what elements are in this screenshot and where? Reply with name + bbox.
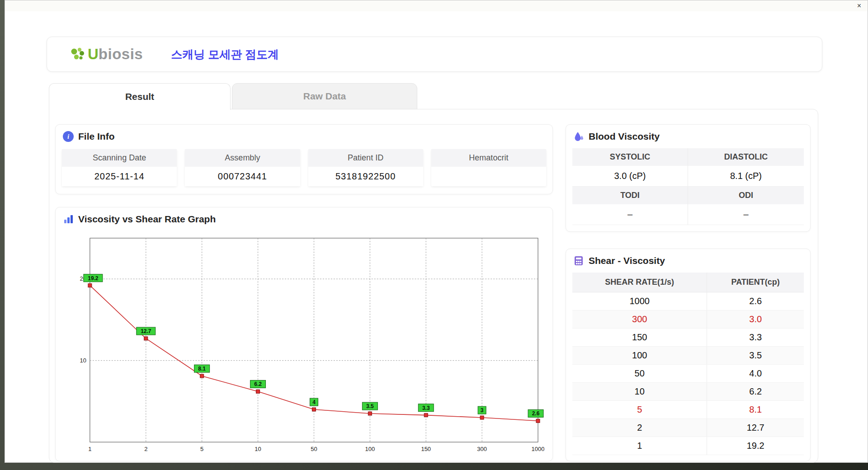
svg-text:5: 5 (200, 446, 203, 452)
svg-text:3.5: 3.5 (366, 403, 374, 409)
bv-metric-label: ODI (688, 187, 804, 204)
shear-viscosity-header: Shear - Viscosity (566, 249, 810, 270)
cell-shear-rate: 1 (572, 437, 707, 455)
viscosity-chart-svg: 10201251050100150300100019.212.78.16.243… (64, 234, 544, 457)
file-info-field: Scanning Date2025-11-14 (62, 149, 177, 186)
bv-metric-value: – (572, 204, 688, 225)
svg-text:100: 100 (365, 446, 375, 452)
field-label: Assembly (185, 149, 300, 167)
table-header-row: SHEAR RATE(1/s) PATIENT(cp) (572, 273, 804, 292)
file-info-field: Hematocrit (431, 149, 546, 186)
cell-shear-rate: 2 (572, 419, 707, 437)
app-window: × Ubiosis 스캐닝 모세관 점도계 Result Raw Data i … (5, 0, 868, 463)
cell-shear-rate: 100 (572, 347, 707, 365)
svg-text:1000: 1000 (532, 446, 544, 452)
graph-card: Viscosity vs Shear Rate Graph 1020125105… (55, 207, 553, 461)
calculator-icon (573, 255, 584, 266)
blood-viscosity-header: Blood Viscosity (566, 125, 810, 146)
page-title: 스캐닝 모세관 점도계 (171, 47, 279, 62)
column-patient: PATIENT(cp) (707, 273, 804, 292)
header-card: Ubiosis 스캐닝 모세관 점도계 (47, 37, 822, 72)
field-label: Patient ID (308, 149, 423, 167)
cell-shear-rate: 1000 (572, 292, 707, 310)
svg-text:3.3: 3.3 (422, 405, 430, 411)
file-info-card: i File Info Scanning Date2025-11-14Assem… (55, 124, 553, 194)
cell-shear-rate: 10 (572, 383, 707, 401)
field-value: 53181922500 (308, 167, 423, 186)
svg-text:3: 3 (481, 407, 484, 414)
table-row: 212.7 (572, 419, 804, 437)
ubiosis-logo: Ubiosis (70, 46, 143, 63)
column-shear-rate: SHEAR RATE(1/s) (572, 273, 707, 292)
graph-title: Viscosity vs Shear Rate Graph (78, 214, 216, 225)
table-row: 106.2 (572, 383, 804, 401)
svg-text:12.7: 12.7 (141, 328, 151, 334)
table-row: 1003.5 (572, 347, 804, 365)
table-row: 119.2 (572, 437, 804, 455)
table-row: 1503.3 (572, 329, 804, 347)
bv-metric-value: 3.0 (cP) (572, 166, 688, 187)
table-row: 10002.6 (572, 292, 804, 310)
field-value: 000723441 (185, 167, 300, 186)
bv-metric-label: DIASTOLIC (688, 148, 804, 166)
shear-viscosity-card: Shear - Viscosity SHEAR RATE(1/s) PATIEN… (566, 249, 811, 461)
svg-text:300: 300 (477, 446, 487, 452)
graph-header: Viscosity vs Shear Rate Graph (56, 207, 552, 228)
field-value (431, 167, 546, 185)
svg-text:19.2: 19.2 (88, 275, 99, 282)
cell-shear-rate: 300 (572, 310, 707, 329)
table-row: 504.0 (572, 365, 804, 383)
cell-shear-rate: 50 (572, 365, 707, 383)
shear-viscosity-title: Shear - Viscosity (589, 255, 665, 266)
tab-result[interactable]: Result (49, 83, 231, 110)
svg-text:10: 10 (80, 357, 86, 364)
cell-patient: 19.2 (707, 437, 804, 455)
svg-text:10: 10 (255, 446, 261, 452)
svg-text:150: 150 (421, 446, 431, 452)
cell-patient: 12.7 (707, 419, 804, 437)
field-label: Hematocrit (431, 149, 546, 167)
cell-shear-rate: 150 (572, 329, 707, 347)
cell-patient: 8.1 (707, 401, 804, 419)
result-panel: i File Info Scanning Date2025-11-14Assem… (49, 109, 818, 463)
info-icon: i (63, 131, 74, 142)
ubiosis-logo-icon (70, 47, 86, 61)
logo-text: U (88, 46, 99, 62)
cell-patient: 6.2 (707, 383, 804, 401)
bv-metric-value: 8.1 (cP) (688, 166, 804, 187)
file-info-field: Patient ID53181922500 (308, 149, 423, 186)
field-label: Scanning Date (62, 149, 177, 167)
water-drop-icon (573, 131, 584, 142)
file-info-fields: Scanning Date2025-11-14Assembly000723441… (56, 146, 552, 186)
svg-text:6.2: 6.2 (254, 381, 262, 387)
file-info-header: i File Info (56, 125, 552, 146)
window-titlebar: × (5, 0, 868, 11)
cell-patient: 3.3 (707, 329, 804, 347)
shear-viscosity-table: SHEAR RATE(1/s) PATIENT(cp) 10002.63003.… (572, 273, 804, 455)
svg-text:2: 2 (144, 446, 147, 452)
cell-patient: 3.0 (707, 310, 804, 329)
tab-raw-data[interactable]: Raw Data (232, 83, 417, 109)
file-info-title: File Info (78, 131, 115, 142)
cell-patient: 3.5 (707, 347, 804, 365)
blood-viscosity-title: Blood Viscosity (589, 131, 660, 142)
svg-text:2.6: 2.6 (532, 410, 540, 417)
blood-viscosity-grid: SYSTOLICDIASTOLIC3.0 (cP)8.1 (cP)TODIODI… (572, 148, 804, 225)
svg-text:1: 1 (88, 446, 91, 452)
bar-chart-icon (63, 214, 74, 225)
cell-patient: 4.0 (707, 365, 804, 383)
bv-metric-value: – (688, 204, 804, 225)
bv-metric-label: SYSTOLIC (572, 148, 688, 166)
file-info-field: Assembly000723441 (185, 149, 300, 186)
viscosity-chart: 10201251050100150300100019.212.78.16.243… (64, 234, 544, 457)
cell-patient: 2.6 (707, 292, 804, 310)
svg-text:50: 50 (311, 446, 317, 452)
svg-text:4: 4 (312, 399, 316, 405)
table-row: 58.1 (572, 401, 804, 419)
blood-viscosity-card: Blood Viscosity SYSTOLICDIASTOLIC3.0 (cP… (566, 124, 811, 232)
close-icon[interactable]: × (857, 2, 861, 9)
cell-shear-rate: 5 (572, 401, 707, 419)
bv-metric-label: TODI (572, 187, 688, 204)
svg-text:8.1: 8.1 (198, 366, 206, 372)
field-value: 2025-11-14 (62, 167, 177, 186)
